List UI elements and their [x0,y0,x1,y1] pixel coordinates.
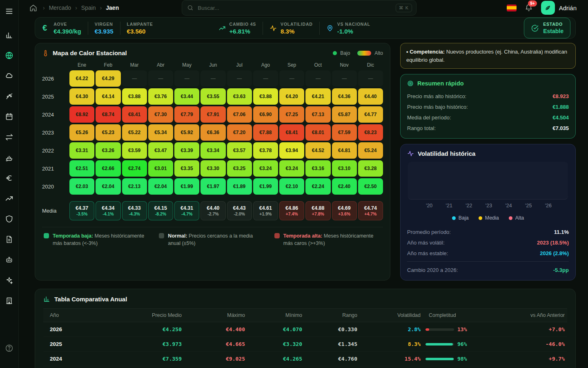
notifications-bell-icon[interactable]: 9+ [525,4,533,12]
heatmap-cell[interactable]: €3.59 [122,142,147,159]
heatmap-cell[interactable]: €4.77 [358,106,383,123]
heatmap-cell[interactable]: €2.50 [358,178,383,195]
heatmap-cell[interactable]: €4.20 [279,88,304,105]
spain-flag-icon[interactable] [507,4,517,11]
heatmap-cell[interactable]: €3.44 [174,88,199,105]
heatmap-cell[interactable]: €5.22 [122,124,147,141]
heatmap-cell[interactable]: €4.29 [96,70,120,87]
heatmap-cell[interactable]: €3.24 [279,160,304,177]
heatmap-cell[interactable]: €2.40 [332,178,357,195]
heatmap-cell[interactable]: €6.90 [253,106,278,123]
sidebar-item-ship[interactable] [4,152,15,163]
heatmap-cell[interactable]: €8.74 [96,106,120,123]
heatmap-cell[interactable]: €1.97 [200,178,225,195]
heatmap-cell[interactable]: €3.31 [69,142,94,159]
heatmap-cell[interactable]: €3.57 [227,142,252,159]
heatmap-cell[interactable]: €3.26 [96,142,120,159]
heatmap-cell[interactable]: €4.40 [358,88,383,105]
heatmap-cell[interactable]: €7.25 [279,106,304,123]
heatmap-cell[interactable]: €3.63 [227,88,252,105]
heatmap-cell[interactable]: €2.03 [69,178,94,195]
heatmap-cell[interactable]: €4.22 [69,70,94,87]
user-menu[interactable]: Adrián [541,1,577,15]
heatmap-cell[interactable]: €5.26 [69,124,94,141]
heatmap-cell[interactable]: €7.79 [174,106,199,123]
heatmap-cell[interactable]: €1.89 [227,178,252,195]
heatmap-cell[interactable]: €7.06 [227,106,252,123]
heatmap-cell[interactable]: €3.34 [200,142,225,159]
heatmap-cell[interactable]: €4.30 [69,88,94,105]
search-bar[interactable]: ⌘ K [182,0,416,16]
help-circle-icon[interactable] [4,343,15,353]
heatmap-cell[interactable]: €3.76 [148,88,173,105]
heatmap-cell[interactable]: €5.23 [96,124,120,141]
heatmap-cell[interactable]: €2.24 [305,178,330,195]
heatmap-cell[interactable]: €5.34 [148,124,173,141]
sidebar-item-cloud[interactable] [4,70,15,81]
heatmap-cell[interactable]: €5.87 [332,106,357,123]
search-input[interactable] [198,5,392,11]
heatmap-cell[interactable]: €3.35 [174,160,199,177]
heatmap-cell[interactable]: €3.78 [253,142,278,159]
heatmap-cell[interactable]: €3.16 [305,160,330,177]
heatmap-cell[interactable]: €3.88 [253,88,278,105]
heatmap-cell[interactable]: €3.28 [358,160,383,177]
sidebar-item-building[interactable] [4,295,15,306]
heatmap-cell[interactable]: €2.13 [122,178,147,195]
table-row[interactable]: 2024€7.359€9.025€4.265€4.76015.4%98%+9.7… [43,352,567,366]
heatmap-cell[interactable]: €1.99 [174,178,199,195]
heatmap-cell[interactable]: €4.52 [305,142,330,159]
heatmap-cell[interactable]: €3.94 [279,142,304,159]
home-icon[interactable] [29,4,37,12]
sidebar-item-shield[interactable] [4,213,15,224]
heatmap-cell[interactable]: €1.99 [253,178,278,195]
heatmap-cell[interactable]: €3.47 [148,142,173,159]
table-row[interactable]: 2025€3.973€4.665€3.320€1.3458.3%96%-46.0… [43,337,567,352]
heatmap-cell[interactable]: €4.36 [332,88,357,105]
sidebar-item-file-text[interactable] [4,234,15,245]
heatmap-cell[interactable]: €3.01 [148,160,173,177]
sidebar-item-bar-chart[interactable] [4,29,15,40]
heatmap-cell[interactable]: €7.59 [332,124,357,141]
heatmap-cell[interactable]: €8.41 [122,106,147,123]
breadcrumb-spain[interactable]: Spain [81,4,96,11]
sidebar-item-trending-up[interactable] [4,193,15,204]
sidebar-item-swap-arrows[interactable] [4,132,15,142]
heatmap-cell[interactable]: €2.10 [279,178,304,195]
heatmap-cell[interactable]: €2.74 [122,160,147,177]
heatmap-cell[interactable]: €7.13 [305,106,330,123]
sidebar-item-euro[interactable] [4,173,15,183]
heatmap-cell[interactable]: €7.20 [227,124,252,141]
heatmap-cell[interactable]: €8.92 [69,106,94,123]
heatmap-cell[interactable]: €3.88 [122,88,147,105]
table-row[interactable]: 2023€6.711€8.625€5.170€3.45518.5%98%+75.… [43,366,567,368]
sidebar-item-sparkles[interactable] [4,275,15,285]
heatmap-cell[interactable]: €8.23 [358,124,383,141]
heatmap-cell[interactable]: €7.91 [200,106,225,123]
breadcrumb-mercado[interactable]: Mercado [49,4,71,11]
sidebar-item-globe[interactable] [4,50,15,61]
heatmap-cell[interactable]: €3.24 [253,160,278,177]
heatmap-cell[interactable]: €3.39 [174,142,199,159]
sidebar-item-robot[interactable] [4,254,15,265]
heatmap-cell[interactable]: €5.24 [358,142,383,159]
heatmap-cell[interactable]: €5.92 [174,124,199,141]
heatmap-cell[interactable]: €3.55 [200,88,225,105]
heatmap-cell[interactable]: €4.14 [96,88,120,105]
heatmap-cell[interactable]: €2.04 [148,178,173,195]
menu-icon[interactable] [4,6,15,16]
heatmap-cell[interactable]: €8.41 [279,124,304,141]
heatmap-cell[interactable]: €3.30 [200,160,225,177]
sidebar-item-olive-branch[interactable] [4,91,15,101]
heatmap-cell[interactable]: €8.01 [305,124,330,141]
table-row[interactable]: 2026€4.250€4.400€4.070€0.3302.8%13%+7.0% [43,322,567,337]
heatmap-cell[interactable]: €4.21 [305,88,330,105]
heatmap-cell[interactable]: €2.51 [69,160,94,177]
heatmap-cell[interactable]: €3.10 [332,160,357,177]
heatmap-cell[interactable]: €2.66 [96,160,120,177]
heatmap-cell[interactable]: €6.36 [200,124,225,141]
heatmap-cell[interactable]: €2.04 [96,178,120,195]
heatmap-cell[interactable]: €7.88 [253,124,278,141]
heatmap-cell[interactable]: €4.81 [332,142,357,159]
sidebar-item-calendar[interactable] [4,111,15,122]
